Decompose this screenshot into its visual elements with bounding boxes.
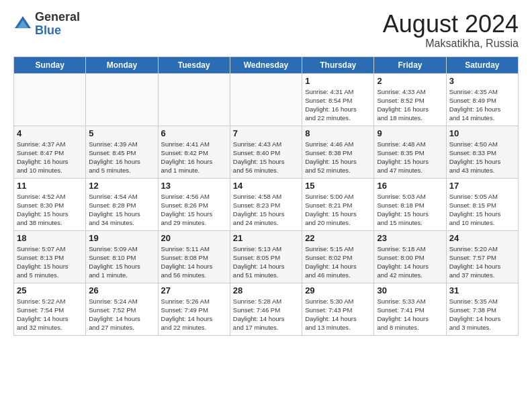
table-row: 8Sunrise: 4:46 AM Sunset: 8:38 PM Daylig… (302, 126, 374, 178)
calendar-week-row: 4Sunrise: 4:37 AM Sunset: 8:47 PM Daylig… (14, 126, 519, 178)
col-thursday: Thursday (302, 56, 374, 73)
day-info: Sunrise: 5:05 AM Sunset: 8:15 PM Dayligh… (449, 192, 515, 228)
day-number: 4 (17, 128, 83, 138)
calendar-week-row: 1Sunrise: 4:31 AM Sunset: 8:54 PM Daylig… (14, 73, 519, 126)
table-row: 22Sunrise: 5:15 AM Sunset: 8:02 PM Dayli… (302, 230, 374, 283)
day-number: 10 (449, 128, 515, 138)
day-info: Sunrise: 5:13 AM Sunset: 8:05 PM Dayligh… (233, 244, 299, 280)
table-row: 6Sunrise: 4:41 AM Sunset: 8:42 PM Daylig… (158, 126, 230, 178)
table-row: 26Sunrise: 5:24 AM Sunset: 7:52 PM Dayli… (86, 283, 158, 335)
logo: General Blue (13, 11, 80, 38)
table-row: 21Sunrise: 5:13 AM Sunset: 8:05 PM Dayli… (230, 230, 302, 283)
day-number: 28 (233, 285, 299, 295)
col-monday: Monday (86, 56, 158, 73)
table-row: 25Sunrise: 5:22 AM Sunset: 7:54 PM Dayli… (14, 283, 86, 335)
day-info: Sunrise: 4:41 AM Sunset: 8:42 PM Dayligh… (161, 140, 227, 175)
day-number: 26 (89, 285, 154, 295)
day-info: Sunrise: 5:20 AM Sunset: 7:57 PM Dayligh… (449, 244, 515, 280)
day-number: 17 (449, 181, 515, 191)
day-info: Sunrise: 5:35 AM Sunset: 7:38 PM Dayligh… (449, 297, 515, 332)
day-number: 2 (377, 76, 443, 86)
table-row: 2Sunrise: 4:33 AM Sunset: 8:52 PM Daylig… (374, 73, 446, 126)
header: General Blue August 2024 Maksatikha, Rus… (13, 11, 519, 50)
table-row: 10Sunrise: 4:50 AM Sunset: 8:33 PM Dayli… (446, 126, 518, 178)
table-row: 1Sunrise: 4:31 AM Sunset: 8:54 PM Daylig… (302, 73, 374, 126)
table-row: 20Sunrise: 5:11 AM Sunset: 8:08 PM Dayli… (158, 230, 230, 283)
table-row (86, 73, 158, 126)
day-number: 15 (305, 181, 371, 191)
day-number: 14 (233, 181, 299, 191)
day-number: 9 (377, 128, 443, 138)
table-row (14, 73, 86, 126)
day-info: Sunrise: 4:52 AM Sunset: 8:30 PM Dayligh… (17, 192, 83, 228)
table-row: 11Sunrise: 4:52 AM Sunset: 8:30 PM Dayli… (14, 178, 86, 230)
logo-icon (13, 15, 32, 34)
day-info: Sunrise: 5:33 AM Sunset: 7:41 PM Dayligh… (377, 297, 443, 332)
day-number: 11 (17, 181, 83, 191)
table-row (158, 73, 230, 126)
day-info: Sunrise: 4:46 AM Sunset: 8:38 PM Dayligh… (305, 140, 371, 175)
location: Maksatikha, Russia (383, 38, 519, 50)
day-info: Sunrise: 5:26 AM Sunset: 7:49 PM Dayligh… (161, 297, 227, 332)
day-info: Sunrise: 5:09 AM Sunset: 8:10 PM Dayligh… (89, 244, 154, 280)
day-number: 20 (161, 233, 227, 243)
day-info: Sunrise: 5:00 AM Sunset: 8:21 PM Dayligh… (305, 192, 371, 228)
day-number: 19 (89, 233, 154, 243)
day-info: Sunrise: 5:22 AM Sunset: 7:54 PM Dayligh… (17, 297, 83, 332)
day-info: Sunrise: 4:39 AM Sunset: 8:45 PM Dayligh… (89, 140, 154, 175)
table-row: 17Sunrise: 5:05 AM Sunset: 8:15 PM Dayli… (446, 178, 518, 230)
day-info: Sunrise: 5:07 AM Sunset: 8:13 PM Dayligh… (17, 244, 83, 280)
day-number: 13 (161, 181, 227, 191)
table-row: 24Sunrise: 5:20 AM Sunset: 7:57 PM Dayli… (446, 230, 518, 283)
day-info: Sunrise: 4:43 AM Sunset: 8:40 PM Dayligh… (233, 140, 299, 175)
table-row: 13Sunrise: 4:56 AM Sunset: 8:26 PM Dayli… (158, 178, 230, 230)
page: General Blue August 2024 Maksatikha, Rus… (0, 0, 532, 411)
table-row: 12Sunrise: 4:54 AM Sunset: 8:28 PM Dayli… (86, 178, 158, 230)
day-number: 30 (377, 285, 443, 295)
table-row: 28Sunrise: 5:28 AM Sunset: 7:46 PM Dayli… (230, 283, 302, 335)
day-info: Sunrise: 5:30 AM Sunset: 7:43 PM Dayligh… (305, 297, 371, 332)
title-block: August 2024 Maksatikha, Russia (383, 11, 519, 50)
day-info: Sunrise: 4:48 AM Sunset: 8:35 PM Dayligh… (377, 140, 443, 175)
day-number: 23 (377, 233, 443, 243)
day-info: Sunrise: 5:18 AM Sunset: 8:00 PM Dayligh… (377, 244, 443, 280)
day-info: Sunrise: 5:15 AM Sunset: 8:02 PM Dayligh… (305, 244, 371, 280)
table-row: 23Sunrise: 5:18 AM Sunset: 8:00 PM Dayli… (374, 230, 446, 283)
col-tuesday: Tuesday (158, 56, 230, 73)
col-saturday: Saturday (446, 56, 518, 73)
table-row: 30Sunrise: 5:33 AM Sunset: 7:41 PM Dayli… (374, 283, 446, 335)
day-info: Sunrise: 4:56 AM Sunset: 8:26 PM Dayligh… (161, 192, 227, 228)
day-number: 7 (233, 128, 299, 138)
day-number: 25 (17, 285, 83, 295)
day-info: Sunrise: 5:28 AM Sunset: 7:46 PM Dayligh… (233, 297, 299, 332)
day-number: 1 (305, 76, 371, 86)
table-row: 15Sunrise: 5:00 AM Sunset: 8:21 PM Dayli… (302, 178, 374, 230)
month-title: August 2024 (383, 11, 519, 38)
table-row: 4Sunrise: 4:37 AM Sunset: 8:47 PM Daylig… (14, 126, 86, 178)
table-row: 9Sunrise: 4:48 AM Sunset: 8:35 PM Daylig… (374, 126, 446, 178)
calendar-week-row: 18Sunrise: 5:07 AM Sunset: 8:13 PM Dayli… (14, 230, 519, 283)
day-number: 5 (89, 128, 154, 138)
day-number: 12 (89, 181, 154, 191)
logo-text: General Blue (35, 11, 80, 38)
day-number: 22 (305, 233, 371, 243)
day-number: 6 (161, 128, 227, 138)
day-number: 29 (305, 285, 371, 295)
table-row: 31Sunrise: 5:35 AM Sunset: 7:38 PM Dayli… (446, 283, 518, 335)
day-number: 21 (233, 233, 299, 243)
day-number: 27 (161, 285, 227, 295)
table-row: 18Sunrise: 5:07 AM Sunset: 8:13 PM Dayli… (14, 230, 86, 283)
day-number: 16 (377, 181, 443, 191)
day-number: 3 (449, 76, 515, 86)
day-number: 31 (449, 285, 515, 295)
day-info: Sunrise: 4:50 AM Sunset: 8:33 PM Dayligh… (449, 140, 515, 175)
table-row: 5Sunrise: 4:39 AM Sunset: 8:45 PM Daylig… (86, 126, 158, 178)
day-info: Sunrise: 4:31 AM Sunset: 8:54 PM Dayligh… (305, 87, 371, 123)
day-info: Sunrise: 5:11 AM Sunset: 8:08 PM Dayligh… (161, 244, 227, 280)
table-row: 19Sunrise: 5:09 AM Sunset: 8:10 PM Dayli… (86, 230, 158, 283)
day-number: 18 (17, 233, 83, 243)
day-info: Sunrise: 4:54 AM Sunset: 8:28 PM Dayligh… (89, 192, 154, 228)
day-info: Sunrise: 5:03 AM Sunset: 8:18 PM Dayligh… (377, 192, 443, 228)
col-friday: Friday (374, 56, 446, 73)
table-row (230, 73, 302, 126)
